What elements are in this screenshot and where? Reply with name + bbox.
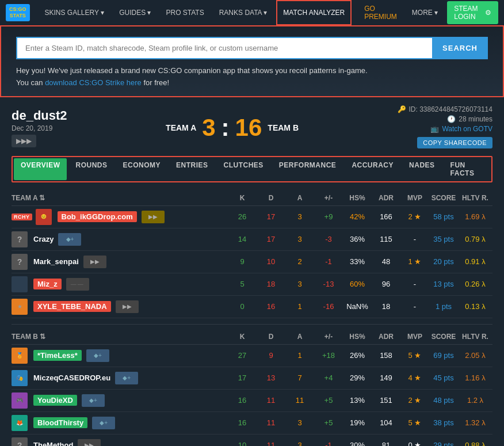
player-name[interactable]: XYLE_TEBE_NADA: [33, 301, 111, 312]
player-name-wrap: Miz_z ——: [12, 276, 228, 292]
stat-a: 1: [285, 302, 314, 311]
col-header-d: D: [257, 194, 285, 202]
player-name-wrap: 🏅 *TimeLess* ◆+: [12, 348, 228, 364]
nav-guides[interactable]: GUIDES ▾: [113, 0, 156, 25]
nav-match-analyzer[interactable]: MATCH ANALYZER: [276, 0, 352, 25]
stat-hs: 26%: [343, 351, 372, 360]
tab-performance[interactable]: PERFORMANCE: [272, 158, 343, 180]
rank-arrows-icon: ▶▶: [116, 300, 139, 313]
tab-rounds[interactable]: ROUNDS: [68, 158, 114, 180]
nav-more[interactable]: MORE ▾: [406, 0, 444, 25]
col-header-adr: ADR: [372, 194, 400, 202]
promo-link[interactable]: download CS:GO Strike here: [45, 78, 142, 87]
avatar: 🎮: [12, 392, 28, 409]
stat-mvp: 1 ★: [400, 257, 429, 266]
team-b-label: TEAM B: [268, 123, 299, 132]
promo-text2: You can: [16, 78, 45, 87]
team-b-sort-icon[interactable]: ⇅: [40, 333, 45, 341]
table-row: ? Mark_senpai ▶▶ 9 10 2 -1 33% 48 1 ★ 20…: [12, 251, 492, 273]
promo-text3: for free!: [142, 78, 169, 87]
search-input[interactable]: [16, 37, 432, 59]
nav-go-premium[interactable]: GO PREMIUM: [358, 5, 403, 21]
logo-line2: STATS: [9, 13, 26, 19]
steam-icon: ⚙: [485, 9, 491, 17]
tab-nades[interactable]: NADES: [402, 158, 442, 180]
stat-score: 13 pts: [429, 280, 458, 288]
player-name[interactable]: Bob_ikGGDrop.com: [58, 211, 137, 222]
stat-score: 29 pts: [429, 441, 458, 446]
stat-pm: -1: [314, 257, 343, 266]
stat-pm: +4: [314, 373, 343, 382]
tabs-bar: OVERVIEW ROUNDS ECONOMY ENTRIES CLUTCHES…: [12, 156, 492, 182]
stat-a: 1: [285, 351, 314, 360]
rank-arrows-icon: ◆+: [58, 233, 81, 246]
team-b-section: TEAM B ⇅ K D A +/- HS% ADR MVP SCORE HLT…: [12, 329, 492, 446]
player-name[interactable]: Miz_z: [33, 279, 62, 289]
stat-hltv: 0.91 λ: [458, 257, 492, 266]
player-name-wrap: 🦊 BloodThirsty ◆+: [12, 415, 228, 431]
rank-badge: RCHY: [12, 214, 32, 220]
player-name[interactable]: Crazy: [33, 235, 54, 243]
stat-hltv: 0.26 λ: [458, 280, 492, 288]
logo: CS:GO STATS: [6, 4, 30, 21]
rank-arrows-icon: ▶▶: [142, 211, 165, 223]
stat-k: 14: [228, 235, 257, 243]
col-header-mvp: MVP: [400, 333, 429, 341]
player-name[interactable]: BloodThirsty: [33, 417, 87, 428]
avatar: 🎭: [12, 370, 28, 386]
stat-score: 35 pts: [429, 235, 458, 243]
stat-d: 16: [257, 302, 285, 311]
tab-entries[interactable]: ENTRIES: [169, 158, 215, 180]
avatar: 🏅: [12, 348, 28, 364]
col-header-a: A: [285, 194, 314, 202]
stat-mvp: 0 ★: [400, 441, 429, 446]
tab-accuracy[interactable]: ACCURACY: [345, 158, 400, 180]
stat-hs: 29%: [343, 373, 372, 382]
nav-pro-stats[interactable]: PRO STATS: [160, 0, 209, 25]
player-name-wrap: ? Mark_senpai ▶▶: [12, 254, 228, 270]
player-name[interactable]: MiczeqCASEDROP.eu: [33, 373, 110, 382]
rank-arrows-icon: ◆+: [86, 349, 109, 362]
copy-sharecode-button[interactable]: COPY SHARECODE: [417, 137, 492, 148]
stat-d: 11: [257, 396, 285, 405]
stat-hs: 60%: [343, 280, 372, 288]
nav-steam-login[interactable]: STEAM LOGIN ⚙: [447, 1, 498, 24]
stat-k: 5: [228, 280, 257, 288]
stat-pm: -1: [314, 441, 343, 446]
player-name[interactable]: YouDieXD: [33, 395, 77, 406]
nav-skins-gallery[interactable]: SKINS GALLERY ▾: [39, 0, 110, 25]
stat-pm: -3: [314, 235, 343, 243]
tab-overview[interactable]: OVERVIEW: [14, 158, 67, 180]
stat-adr: 151: [372, 396, 400, 405]
stat-d: 18: [257, 280, 285, 288]
col-header-hs: HS%: [343, 333, 372, 341]
stat-d: 11: [257, 418, 285, 427]
avatar: 🦊: [12, 415, 28, 431]
team-a-sort-icon[interactable]: ⇅: [39, 194, 45, 202]
stat-hs: 30%: [343, 441, 372, 446]
player-name[interactable]: Mark_senpai: [33, 257, 79, 266]
nav-ranks-data[interactable]: RANKS DATA ▾: [213, 0, 273, 25]
player-name[interactable]: TheMethod: [33, 441, 73, 446]
search-bar: SEARCH: [16, 37, 488, 59]
stat-a: 11: [285, 396, 314, 405]
avatar: ?: [12, 254, 28, 270]
stat-hs: NaN%: [343, 302, 372, 311]
tab-clutches[interactable]: CLUTCHES: [217, 158, 270, 180]
table-row: Miz_z —— 5 18 3 -13 60% 96 - 13 pts 0.26…: [12, 273, 492, 296]
stat-d: 17: [257, 235, 285, 243]
stat-score: 58 pts: [429, 212, 458, 221]
stat-a: 3: [285, 418, 314, 427]
match-mode: ▶▶▶: [12, 135, 36, 147]
table-row: ★ XYLE_TEBE_NADA ▶▶ 0 16 1 -16 NaN% 18 -…: [12, 296, 492, 318]
search-button[interactable]: SEARCH: [432, 37, 488, 59]
player-name[interactable]: *TimeLess*: [33, 350, 82, 361]
stat-mvp: -: [400, 235, 429, 243]
match-duration: 28 minutes: [459, 115, 492, 123]
gotv-link[interactable]: Watch on GOTV: [442, 125, 492, 133]
avatar: ?: [12, 231, 28, 247]
tab-fun-facts[interactable]: FUN FACTS: [444, 158, 490, 180]
steam-login-label: STEAM LOGIN: [454, 5, 483, 21]
tab-economy[interactable]: ECONOMY: [116, 158, 167, 180]
stat-hs: 13%: [343, 396, 372, 405]
